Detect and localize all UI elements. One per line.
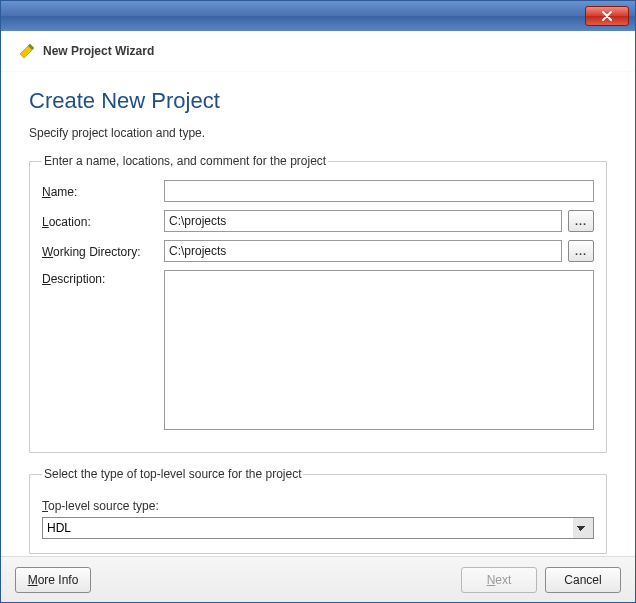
more-info-button[interactable]: More Info xyxy=(15,567,91,593)
project-entry-group: Enter a name, locations, and comment for… xyxy=(29,154,607,453)
location-input[interactable] xyxy=(164,210,562,232)
source-type-group: Select the type of top-level source for … xyxy=(29,467,607,554)
name-label: Name: xyxy=(42,183,158,199)
header-title: New Project Wizard xyxy=(43,44,154,58)
content-area: Create New Project Specify project locat… xyxy=(1,72,635,556)
page-subtitle: Specify project location and type. xyxy=(29,126,607,140)
location-row: Location: ... xyxy=(42,210,594,232)
working-directory-browse-button[interactable]: ... xyxy=(568,240,594,262)
wizard-icon xyxy=(19,43,35,59)
page-title: Create New Project xyxy=(29,88,607,114)
close-icon xyxy=(601,11,613,21)
description-label: Description: xyxy=(42,270,158,286)
location-label: Location: xyxy=(42,213,158,229)
close-button[interactable] xyxy=(585,6,629,26)
description-row: Description: xyxy=(42,270,594,430)
footer: More Info Next Cancel xyxy=(1,556,635,602)
wizard-window: New Project Wizard Create New Project Sp… xyxy=(0,0,636,603)
header: New Project Wizard xyxy=(1,31,635,72)
working-directory-label: Working Directory: xyxy=(42,243,158,259)
next-button[interactable]: Next xyxy=(461,567,537,593)
project-entry-legend: Enter a name, locations, and comment for… xyxy=(42,154,328,168)
source-type-select[interactable]: HDL xyxy=(42,517,594,539)
working-directory-input[interactable] xyxy=(164,240,562,262)
working-directory-row: Working Directory: ... xyxy=(42,240,594,262)
name-input[interactable] xyxy=(164,180,594,202)
source-type-legend: Select the type of top-level source for … xyxy=(42,467,303,481)
description-input[interactable] xyxy=(164,270,594,430)
titlebar xyxy=(1,1,635,31)
cancel-button[interactable]: Cancel xyxy=(545,567,621,593)
location-browse-button[interactable]: ... xyxy=(568,210,594,232)
name-row: Name: xyxy=(42,180,594,202)
source-type-label: Top-level source type: xyxy=(42,499,594,513)
